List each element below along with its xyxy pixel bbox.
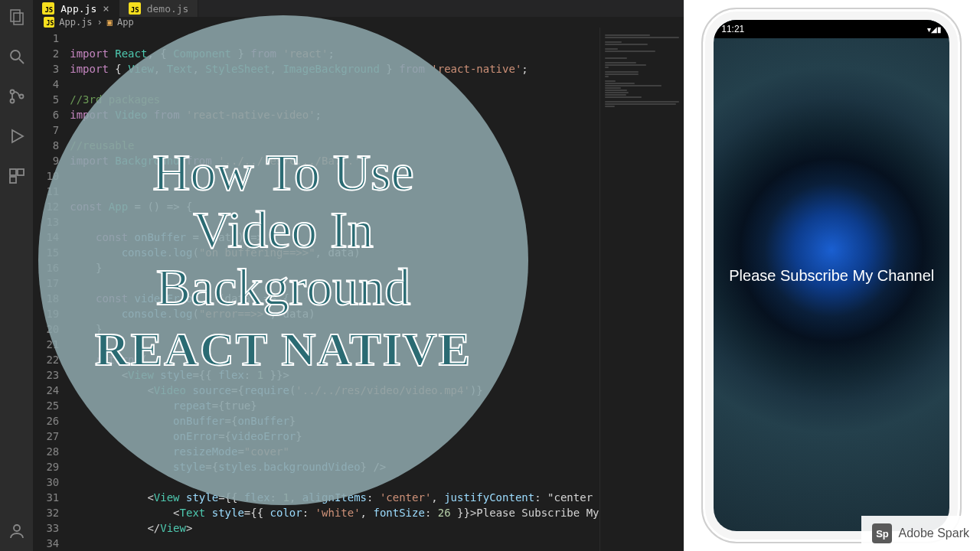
tab-label: demo.js bbox=[147, 3, 189, 15]
watermark-label: Adobe Spark bbox=[898, 527, 969, 540]
svg-line-3 bbox=[19, 59, 24, 64]
files-icon[interactable] bbox=[8, 8, 26, 26]
svg-point-6 bbox=[19, 95, 23, 99]
js-file-icon: JS bbox=[42, 2, 54, 15]
svg-point-4 bbox=[10, 90, 14, 94]
overlay-line: REACT NATIVE bbox=[95, 322, 472, 377]
close-icon[interactable]: × bbox=[103, 2, 109, 15]
overlay-line: Video In bbox=[193, 201, 374, 259]
debug-icon[interactable] bbox=[8, 127, 26, 145]
phone-mockup: 11:21 ▾◢▮ Please Subscribe My Channel ◁ … bbox=[701, 8, 962, 543]
overlay-line: Background bbox=[156, 259, 410, 316]
activity-bar bbox=[0, 0, 33, 551]
adobe-spark-watermark: Sp Adobe Spark bbox=[861, 516, 980, 551]
svg-point-2 bbox=[11, 51, 20, 60]
svg-point-5 bbox=[10, 99, 14, 103]
extensions-icon[interactable] bbox=[8, 167, 26, 185]
svg-point-11 bbox=[14, 525, 20, 531]
tab-bar: JS App.js × JS demo.js bbox=[33, 0, 683, 17]
phone-status-bar: 11:21 ▾◢▮ bbox=[714, 20, 949, 38]
phone-preview-panel: 11:21 ▾◢▮ Please Subscribe My Channel ◁ … bbox=[684, 0, 981, 551]
tab-label: App.js bbox=[60, 3, 96, 15]
svg-rect-0 bbox=[11, 10, 20, 21]
minimap[interactable] bbox=[599, 28, 684, 551]
svg-rect-1 bbox=[14, 13, 23, 24]
title-overlay: How To Use Video In Background REACT NAT… bbox=[38, 15, 528, 505]
phone-status-icons: ▾◢▮ bbox=[927, 25, 942, 34]
svg-rect-9 bbox=[18, 169, 24, 175]
breadcrumb-symbol: App bbox=[117, 17, 134, 28]
chevron-right-icon: › bbox=[97, 17, 103, 28]
svg-marker-7 bbox=[12, 130, 23, 142]
svg-rect-8 bbox=[10, 169, 16, 175]
search-icon[interactable] bbox=[8, 47, 26, 66]
js-file-icon: JS bbox=[44, 17, 54, 28]
phone-time: 11:21 bbox=[721, 24, 744, 34]
tab-app-js[interactable]: JS App.js × bbox=[33, 0, 119, 17]
accounts-icon[interactable] bbox=[8, 522, 26, 540]
tab-demo-js[interactable]: JS demo.js bbox=[119, 0, 199, 17]
minimap-lines bbox=[605, 32, 679, 109]
overlay-line: How To Use bbox=[152, 144, 414, 201]
svg-rect-10 bbox=[10, 177, 16, 183]
source-control-icon[interactable] bbox=[8, 87, 26, 106]
phone-screen: 11:21 ▾◢▮ Please Subscribe My Channel bbox=[714, 20, 949, 531]
breadcrumb-file: App.js bbox=[59, 17, 92, 28]
js-file-icon: JS bbox=[129, 2, 141, 15]
breadcrumb[interactable]: JS App.js › ▣ App bbox=[33, 17, 683, 28]
spark-badge-icon: Sp bbox=[872, 523, 892, 543]
symbol-icon: ▣ bbox=[107, 17, 113, 28]
phone-center-text: Please Subscribe My Channel bbox=[729, 267, 934, 285]
